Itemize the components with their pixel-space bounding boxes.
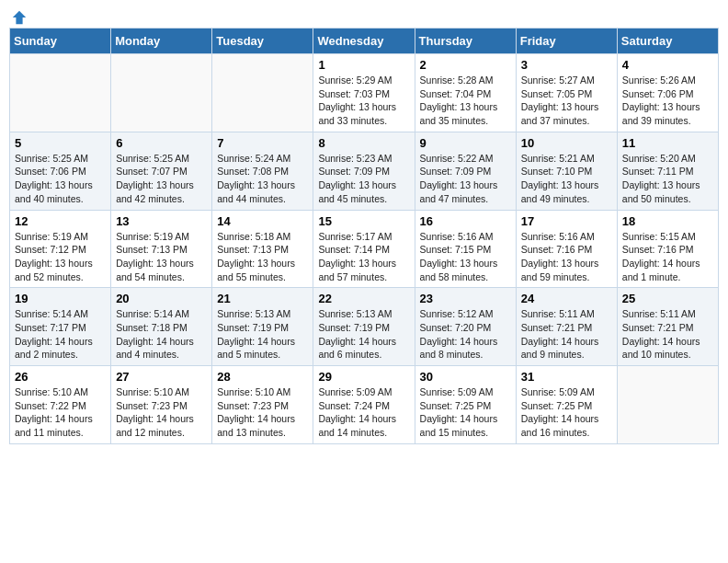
calendar-cell: 15Sunrise: 5:17 AMSunset: 7:14 PMDayligh…: [313, 210, 415, 288]
day-info: Sunrise: 5:19 AMSunset: 7:13 PMDaylight:…: [116, 230, 207, 284]
day-number: 29: [318, 370, 409, 384]
day-number: 26: [15, 370, 106, 384]
day-info: Sunrise: 5:19 AMSunset: 7:12 PMDaylight:…: [15, 230, 106, 284]
day-of-week-header: Friday: [516, 29, 617, 54]
day-number: 11: [622, 136, 713, 150]
day-info: Sunrise: 5:11 AMSunset: 7:21 PMDaylight:…: [622, 307, 713, 362]
day-number: 27: [116, 370, 207, 384]
day-number: 24: [521, 292, 612, 305]
calendar-cell: 4Sunrise: 5:26 AMSunset: 7:06 PMDaylight…: [617, 54, 718, 132]
day-number: 4: [622, 58, 713, 72]
calendar-cell: 14Sunrise: 5:18 AMSunset: 7:13 PMDayligh…: [212, 210, 313, 288]
calendar-cell: 29Sunrise: 5:09 AMSunset: 7:24 PMDayligh…: [313, 366, 415, 444]
day-info: Sunrise: 5:20 AMSunset: 7:11 PMDaylight:…: [622, 152, 713, 206]
day-number: 20: [116, 292, 207, 305]
day-number: 10: [521, 136, 612, 150]
day-number: 31: [521, 370, 612, 384]
day-number: 6: [116, 136, 207, 150]
calendar-cell: 22Sunrise: 5:13 AMSunset: 7:19 PMDayligh…: [313, 288, 415, 366]
calendar-cell: 19Sunrise: 5:14 AMSunset: 7:17 PMDayligh…: [10, 288, 111, 366]
calendar-cell: 28Sunrise: 5:10 AMSunset: 7:23 PMDayligh…: [212, 366, 313, 444]
day-number: 23: [420, 292, 511, 305]
day-number: 25: [622, 292, 713, 305]
calendar-cell: 10Sunrise: 5:21 AMSunset: 7:10 PMDayligh…: [516, 132, 617, 210]
calendar-cell: 27Sunrise: 5:10 AMSunset: 7:23 PMDayligh…: [111, 366, 212, 444]
calendar-cell: 8Sunrise: 5:23 AMSunset: 7:09 PMDaylight…: [313, 132, 415, 210]
page-header: [9, 9, 719, 20]
logo-icon: [11, 9, 28, 26]
day-number: 8: [318, 136, 409, 150]
day-number: 2: [420, 58, 511, 72]
day-info: Sunrise: 5:11 AMSunset: 7:21 PMDaylight:…: [521, 307, 612, 362]
calendar-cell: 13Sunrise: 5:19 AMSunset: 7:13 PMDayligh…: [111, 210, 212, 288]
calendar-cell: 6Sunrise: 5:25 AMSunset: 7:07 PMDaylight…: [111, 132, 212, 210]
calendar-cell: 26Sunrise: 5:10 AMSunset: 7:22 PMDayligh…: [10, 366, 111, 444]
calendar-cell: 1Sunrise: 5:29 AMSunset: 7:03 PMDaylight…: [313, 54, 415, 132]
day-info: Sunrise: 5:21 AMSunset: 7:10 PMDaylight:…: [521, 152, 612, 206]
day-number: 21: [217, 292, 308, 305]
calendar-cell: 25Sunrise: 5:11 AMSunset: 7:21 PMDayligh…: [617, 288, 718, 366]
day-number: 16: [420, 214, 511, 228]
day-info: Sunrise: 5:29 AMSunset: 7:03 PMDaylight:…: [318, 74, 409, 128]
svg-marker-0: [13, 11, 26, 24]
day-info: Sunrise: 5:09 AMSunset: 7:24 PMDaylight:…: [318, 385, 409, 440]
day-of-week-header: Tuesday: [212, 29, 313, 54]
day-info: Sunrise: 5:18 AMSunset: 7:13 PMDaylight:…: [217, 230, 308, 284]
day-info: Sunrise: 5:15 AMSunset: 7:16 PMDaylight:…: [622, 230, 713, 284]
calendar-cell: 17Sunrise: 5:16 AMSunset: 7:16 PMDayligh…: [516, 210, 617, 288]
day-number: 28: [217, 370, 308, 384]
day-info: Sunrise: 5:17 AMSunset: 7:14 PMDaylight:…: [318, 230, 409, 284]
day-number: 13: [116, 214, 207, 228]
day-info: Sunrise: 5:22 AMSunset: 7:09 PMDaylight:…: [420, 152, 511, 206]
logo: [9, 9, 28, 20]
calendar-cell: 24Sunrise: 5:11 AMSunset: 7:21 PMDayligh…: [516, 288, 617, 366]
day-number: 22: [318, 292, 409, 305]
day-info: Sunrise: 5:13 AMSunset: 7:19 PMDaylight:…: [217, 307, 308, 362]
day-of-week-header: Monday: [111, 29, 212, 54]
day-info: Sunrise: 5:13 AMSunset: 7:19 PMDaylight:…: [318, 307, 409, 362]
calendar-cell: 5Sunrise: 5:25 AMSunset: 7:06 PMDaylight…: [10, 132, 111, 210]
calendar-cell: [111, 54, 212, 132]
day-number: 17: [521, 214, 612, 228]
day-info: Sunrise: 5:14 AMSunset: 7:17 PMDaylight:…: [15, 307, 106, 362]
day-info: Sunrise: 5:25 AMSunset: 7:07 PMDaylight:…: [116, 152, 207, 206]
calendar-cell: [212, 54, 313, 132]
day-info: Sunrise: 5:09 AMSunset: 7:25 PMDaylight:…: [420, 385, 511, 440]
day-number: 1: [318, 58, 409, 72]
day-number: 12: [15, 214, 106, 228]
day-number: 30: [420, 370, 511, 384]
day-of-week-header: Thursday: [415, 29, 516, 54]
day-info: Sunrise: 5:26 AMSunset: 7:06 PMDaylight:…: [622, 74, 713, 128]
day-info: Sunrise: 5:24 AMSunset: 7:08 PMDaylight:…: [217, 152, 308, 206]
day-number: 9: [420, 136, 511, 150]
day-number: 5: [15, 136, 106, 150]
day-info: Sunrise: 5:25 AMSunset: 7:06 PMDaylight:…: [15, 152, 106, 206]
calendar-cell: 7Sunrise: 5:24 AMSunset: 7:08 PMDaylight…: [212, 132, 313, 210]
day-number: 15: [318, 214, 409, 228]
calendar-cell: 3Sunrise: 5:27 AMSunset: 7:05 PMDaylight…: [516, 54, 617, 132]
day-number: 19: [15, 292, 106, 305]
day-number: 14: [217, 214, 308, 228]
day-of-week-header: Wednesday: [313, 29, 415, 54]
day-number: 7: [217, 136, 308, 150]
day-info: Sunrise: 5:23 AMSunset: 7:09 PMDaylight:…: [318, 152, 409, 206]
day-info: Sunrise: 5:16 AMSunset: 7:15 PMDaylight:…: [420, 230, 511, 284]
day-number: 3: [521, 58, 612, 72]
day-of-week-header: Sunday: [10, 29, 111, 54]
day-info: Sunrise: 5:09 AMSunset: 7:25 PMDaylight:…: [521, 385, 612, 440]
calendar-cell: 11Sunrise: 5:20 AMSunset: 7:11 PMDayligh…: [617, 132, 718, 210]
day-of-week-header: Saturday: [617, 29, 718, 54]
calendar-cell: 18Sunrise: 5:15 AMSunset: 7:16 PMDayligh…: [617, 210, 718, 288]
day-info: Sunrise: 5:10 AMSunset: 7:23 PMDaylight:…: [116, 385, 207, 440]
day-info: Sunrise: 5:10 AMSunset: 7:22 PMDaylight:…: [15, 385, 106, 440]
day-info: Sunrise: 5:16 AMSunset: 7:16 PMDaylight:…: [521, 230, 612, 284]
day-info: Sunrise: 5:27 AMSunset: 7:05 PMDaylight:…: [521, 74, 612, 128]
calendar-cell: 2Sunrise: 5:28 AMSunset: 7:04 PMDaylight…: [415, 54, 516, 132]
calendar-cell: 12Sunrise: 5:19 AMSunset: 7:12 PMDayligh…: [10, 210, 111, 288]
calendar-cell: [617, 366, 718, 444]
day-info: Sunrise: 5:28 AMSunset: 7:04 PMDaylight:…: [420, 74, 511, 128]
day-info: Sunrise: 5:10 AMSunset: 7:23 PMDaylight:…: [217, 385, 308, 440]
calendar-cell: 20Sunrise: 5:14 AMSunset: 7:18 PMDayligh…: [111, 288, 212, 366]
calendar-cell: 30Sunrise: 5:09 AMSunset: 7:25 PMDayligh…: [415, 366, 516, 444]
day-info: Sunrise: 5:14 AMSunset: 7:18 PMDaylight:…: [116, 307, 207, 362]
